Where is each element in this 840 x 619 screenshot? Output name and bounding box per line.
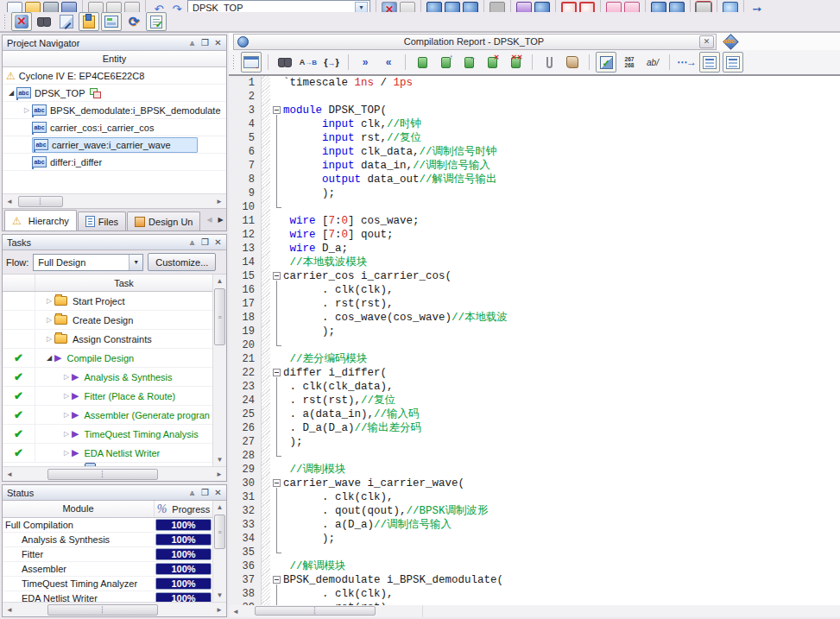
task-row[interactable]: ✔▷▶Fitter (Place & Route) [3, 387, 212, 406]
tasks-hscrollbar[interactable]: ◄ ┆ ► [3, 466, 226, 481]
brace-match-icon[interactable]: {→} [321, 52, 342, 73]
find-icon[interactable] [275, 52, 295, 73]
task-row[interactable]: ✔▷▶TimeQuest Timing Analysis [3, 425, 212, 444]
customize-button[interactable]: Customize... [148, 253, 216, 271]
status-row[interactable]: EDA Netlist Writer100% [3, 591, 212, 602]
line-counter-icon[interactable]: 267268 [619, 52, 640, 73]
code-editor[interactable]: 1`timescale 1ns / 1ps23module DPSK_TOP(4… [229, 76, 840, 605]
scroll-right-icon[interactable]: ► [212, 468, 226, 481]
notes-icon[interactable] [79, 12, 99, 31]
bookmark-icon[interactable] [412, 52, 433, 73]
scroll-left-icon[interactable]: ◄ [3, 603, 16, 616]
editor-window-icon[interactable] [241, 52, 262, 73]
netlist-viewer-icon[interactable] [723, 2, 738, 12]
pin-icon[interactable]: ⩓ [186, 237, 199, 249]
replace-icon[interactable]: A→B [298, 52, 319, 73]
save-all-icon[interactable] [61, 2, 77, 12]
tab-scroll-right-icon[interactable]: ▶ [215, 212, 226, 229]
task-row[interactable]: ✔◢▶Compile Design [3, 349, 212, 368]
outdent-icon[interactable]: « [378, 52, 399, 73]
entity-combobox[interactable]: DPSK_TOP▼ [187, 0, 370, 12]
report-format-2-icon[interactable] [723, 52, 743, 73]
tree-arrow-icon[interactable]: ▷ [61, 430, 72, 438]
navigator-hscrollbar[interactable]: ◄ ┆ ► [3, 193, 226, 208]
fold-marker-icon[interactable] [270, 269, 283, 283]
status-row[interactable]: Full Compilation100% [3, 518, 212, 533]
task-row[interactable]: ▷Assign Constraints [3, 330, 212, 349]
editor-hscrollbar[interactable]: ◄ ┆ [229, 605, 423, 617]
collapse-arrow-icon[interactable]: ▷ [22, 106, 32, 114]
tree-item[interactable]: abccarrier_cos:i_carrier_cos [3, 119, 226, 136]
close-icon[interactable]: ✕ [212, 37, 224, 49]
assign-check-icon[interactable] [534, 2, 550, 12]
attach-note-icon[interactable] [539, 52, 559, 73]
comment-slash-icon[interactable]: ab/ [642, 52, 663, 73]
waveform-1-icon[interactable] [606, 2, 622, 12]
pin-small-icon[interactable] [400, 2, 415, 12]
new-compilation-window-icon[interactable]: ✕ [11, 12, 32, 31]
pin-icon[interactable]: ⩓ [186, 37, 199, 49]
compilation-report-titlebar[interactable]: Compilation Report - DPSK_TOP ✕ [233, 34, 717, 50]
task-row[interactable]: ✔▷▶Analysis & Synthesis [3, 368, 212, 387]
tab-scroll-left-icon[interactable]: ◀ [204, 212, 215, 229]
scroll-thumb[interactable]: ┆ [255, 606, 376, 616]
float-icon[interactable]: ❐ [199, 237, 212, 249]
tab-hierarchy[interactable]: ⚠Hierarchy [4, 210, 77, 231]
programmer-icon[interactable] [516, 2, 532, 12]
scroll-left-icon[interactable]: ◄ [3, 468, 16, 481]
report-format-icon[interactable] [699, 52, 720, 73]
redo-icon[interactable]: ↷ [169, 2, 185, 12]
compile-window-icon[interactable]: ✕ [382, 2, 397, 12]
tree-arrow-icon[interactable]: ▷ [44, 335, 54, 343]
tree-arrow-icon[interactable]: ▷ [44, 316, 54, 324]
sphere-1-icon[interactable] [426, 2, 442, 12]
tasks-vscrollbar[interactable]: ▲ ≡ ▼ [212, 275, 226, 466]
tree-arrow-icon[interactable]: ▷ [44, 297, 54, 305]
status-row[interactable]: TimeQuest Timing Analyzer100% [3, 577, 212, 591]
scroll-right-icon[interactable]: ► [212, 603, 226, 616]
status-row[interactable]: Fitter100% [3, 547, 212, 562]
stop-icon[interactable] [489, 2, 505, 12]
insert-template-icon[interactable] [562, 52, 583, 73]
scroll-thumb[interactable]: ┆ [18, 196, 63, 207]
fold-marker-icon[interactable] [270, 104, 283, 117]
sphere-4-icon[interactable] [651, 2, 666, 12]
expand-arrow-icon[interactable]: ◢ [6, 89, 16, 97]
tree-item[interactable]: abcdiffer:i_differ [3, 154, 226, 171]
tree-item[interactable]: abccarrier_wave:i_carrier_wave [3, 136, 226, 154]
flow-combobox[interactable]: Full Design ▼ [33, 254, 143, 271]
toolbar-grip[interactable] [231, 54, 236, 70]
editor-window-abc-icon[interactable] [723, 35, 737, 48]
check-syntax-icon[interactable]: ✓ [596, 52, 616, 73]
toolbar-grip[interactable] [3, 14, 7, 29]
status-vscrollbar[interactable]: ▲ ≡ ▼ [212, 501, 226, 602]
undo-icon[interactable]: ↶ [151, 2, 167, 12]
refresh-icon[interactable]: ⟳ [123, 12, 144, 31]
task-check-icon[interactable] [146, 12, 167, 31]
scroll-thumb[interactable]: ≡ [214, 515, 225, 549]
scroll-up-icon[interactable]: ▲ [213, 501, 226, 514]
indent-icon[interactable]: » [355, 52, 376, 73]
bookmark-next-icon[interactable]: ↑ [435, 52, 456, 73]
save-icon[interactable] [43, 2, 59, 12]
copy-block-icon[interactable] [106, 2, 122, 12]
fold-marker-icon[interactable] [270, 573, 283, 587]
tree-arrow-icon[interactable]: ▷ [61, 449, 72, 457]
scroll-up-icon[interactable]: ▲ [213, 275, 226, 287]
task-row[interactable]: ▷Start Project [3, 292, 212, 311]
sphere-3-icon[interactable] [463, 2, 478, 12]
sphere-2-icon[interactable] [445, 2, 460, 12]
bookmark-clear-icon[interactable]: ✕ [482, 52, 502, 73]
scroll-thumb[interactable]: ≡ [214, 288, 225, 345]
bookmark-prev-icon[interactable]: ← [458, 52, 479, 73]
close-icon[interactable]: ✕ [212, 487, 224, 499]
new-file-icon[interactable] [7, 2, 22, 12]
bookmark-clear-all-icon[interactable]: ✕✕ [505, 52, 526, 73]
tree-item-device[interactable]: ⚠Cyclone IV E: EP4CE6E22C8 [3, 67, 226, 85]
close-icon[interactable]: ✕ [699, 35, 714, 48]
timing-clock-1-icon[interactable] [561, 2, 577, 12]
pin-icon[interactable]: ⩓ [186, 487, 199, 499]
scroll-thumb[interactable]: ┆ [47, 469, 158, 480]
scroll-left-icon[interactable]: ◄ [229, 606, 243, 617]
paste-block-icon[interactable] [124, 2, 140, 12]
